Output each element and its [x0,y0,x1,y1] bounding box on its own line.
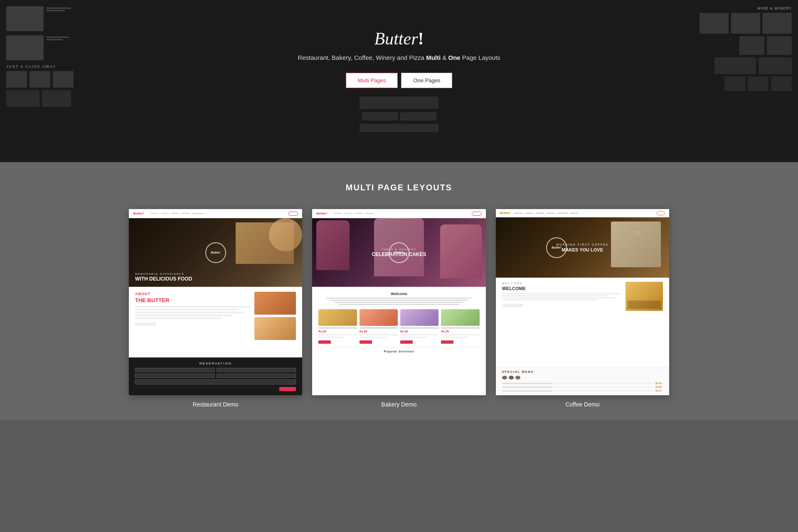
bakery-btn-2 [360,340,372,344]
bakery-product-price-2: Rs.85 [360,330,398,333]
left-label: JUST A CLICK AWAY [6,64,270,69]
rest-hero-main: WITH DELICIOUS FOOD [135,276,192,282]
rest-submit-btn [279,387,296,391]
left-mini-thumb-3 [53,71,74,88]
bakery-product-img-4 [441,309,479,326]
bakery-desc-product-5 [400,334,438,335]
left-lines-2 [46,35,69,60]
rest-desc-5 [135,318,222,319]
demo-grid: Butter! [129,209,669,395]
bakery-cupcake-1 [316,220,350,270]
bakery-welcome: Welcome [318,292,479,296]
restaurant-demo-card[interactable]: Butter! [129,209,302,395]
rest-form-row-2 [135,374,296,378]
rest-nav-btn [288,212,298,216]
coffee-item-price-1: $5.90 [655,382,663,384]
rest-nav-link [171,213,180,214]
coffee-demo-card[interactable]: Butter! [496,209,669,395]
right-label: WINE & WINERY [528,6,792,10]
rest-form-row-1 [135,368,296,372]
bakery-product-price-4: Rs.55 [441,330,479,333]
coffee-bean-3 [515,376,520,379]
bakery-desc-2 [330,300,467,301]
left-thumb-2 [6,35,44,60]
right-tiny-thumb-2 [748,76,768,91]
coffee-item-name-2 [502,387,552,388]
coffee-desc-4 [502,299,598,300]
rest-desc-4 [135,315,233,316]
rest-reservation: RESERVATION [129,357,302,395]
coffee-plate [628,300,661,309]
bakery-product-name-1 [318,327,357,329]
rest-input-2 [217,368,296,372]
left-line [46,7,71,9]
left-preview-item [6,6,270,31]
one-pages-button[interactable]: One Pages [401,73,452,88]
bakery-product-name-2 [360,327,398,329]
right-thumb-4 [739,36,764,55]
right-wide-thumb [714,57,756,74]
bakery-nav-btn [472,212,482,216]
bakery-desc-1 [327,298,472,299]
bakery-popular-title: Popular Services [318,350,479,353]
bakery-nav-link [355,213,363,214]
rest-res-title: RESERVATION [135,362,296,365]
bakery-desc-product-8 [441,337,468,338]
rest-img-1 [254,292,296,315]
rest-img-2 [254,317,296,340]
logo-exclaim: ! [418,30,424,47]
coffee-cup-img [626,282,663,311]
right-top-row [528,13,792,34]
rest-body: ABOUT THE BUTTER [129,287,302,357]
rest-submit-row [135,387,296,391]
coffee-desc-3 [502,297,616,298]
right-wide-thumb-2 [759,57,792,74]
coffee-demo-label: Coffee Demo [496,401,669,408]
coffee-item-name-3 [502,390,552,392]
bakery-desc-product-3 [360,334,398,335]
hero-subtitle: Restaurant, Bakery, Coffee, Winery and P… [298,54,500,61]
coffee-nav-logo: Butter! [500,211,511,215]
bakery-desc-product-2 [318,337,345,338]
coffee-menu-title: SPECIAL MENU [502,370,663,373]
multi-pages-button[interactable]: Multi Pages [346,73,398,88]
left-line [46,39,63,40]
bakery-nav-logo: Butter! [316,212,327,215]
bakery-desc-product-7 [441,334,479,335]
rest-hero-text: MEMORABLE EXPERIENCE WITH DELICIOUS FOOD [135,273,192,282]
coffee-body: WELCOME WELCOME [496,278,669,367]
bakery-preview: Butter! [312,209,485,395]
coffee-item-price-2: $4.90 [655,386,663,388]
bakery-hero-main: CELEBRATION CAKES [372,251,426,257]
rest-input-wide [135,379,296,384]
bakery-btn-1 [318,340,331,344]
rest-badge-text: Butter! [211,251,220,254]
rest-nav-link [192,213,204,214]
coffee-menu-item-1: $5.90 [502,382,663,384]
coffee-nav-link-5 [557,212,568,214]
coffee-nav-link-3 [536,212,544,214]
rest-input-1 [135,368,215,372]
bakery-product-name-4 [441,327,479,329]
cp-bar [362,112,398,121]
bakery-demo-card[interactable]: Butter! [312,209,485,395]
bakery-nav-link [334,213,342,214]
coffee-nav-link-1 [514,212,522,214]
bakery-desc-product-6 [400,337,427,338]
rest-input-3 [135,374,215,378]
right-mid-row [528,36,792,55]
rest-form-row-3 [135,379,296,384]
coffee-item-price-3: $4.07 [655,389,663,392]
rest-main-title: THE BUTTER [135,297,250,303]
coffee-hero-img [611,222,661,267]
right-extra-row [528,76,792,91]
cp-bar-bottom [360,124,438,132]
coffee-heart-icon: ♡ [634,230,640,238]
rest-nav-link [161,213,169,214]
rest-input-4 [217,374,296,378]
coffee-item-dots [554,383,654,384]
coffee-hero-text: MORNING FIRST COFFEE MAKES YOU LOVE [556,243,608,252]
multi-section: MULTI PAGE LEYOUTS Butter! [0,162,798,420]
restaurant-preview: Butter! [129,209,302,395]
hero-multi-bold: Multi [426,54,441,61]
